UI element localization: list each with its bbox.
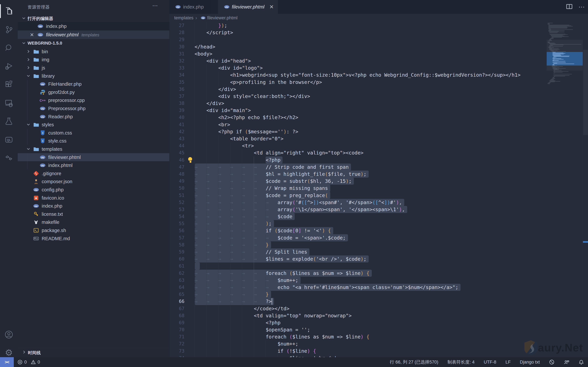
- split-editor-icon[interactable]: [566, 3, 573, 11]
- code-line-39: 39 <div id="main">: [169, 107, 547, 114]
- code-line-33: 33 <div id="logo">: [169, 64, 547, 71]
- svg-text:php: php: [41, 156, 44, 158]
- tree-item-readme-md[interactable]: README.md: [18, 234, 169, 243]
- cpp-file-icon: C++: [40, 97, 46, 103]
- activity-extensions-icon[interactable]: [0, 76, 18, 93]
- tree-item-composer-json[interactable]: composer.json: [18, 178, 169, 186]
- activity-pipelines-icon[interactable]: [0, 150, 18, 166]
- code-text: <?php: [195, 157, 281, 164]
- svg-text:php: php: [39, 34, 42, 36]
- tree-item-reader-php[interactable]: phpReader.php: [18, 113, 169, 121]
- feedback-icon[interactable]: [564, 359, 569, 365]
- tree-item-index-phtml[interactable]: phpindex.phtml: [18, 161, 169, 169]
- chevron-down-icon: [26, 73, 31, 79]
- status-cursor-position[interactable]: 行 66, 列 27 (已选择570): [390, 359, 438, 365]
- tree-item-img[interactable]: img: [18, 56, 169, 64]
- error-count: 0: [24, 360, 27, 365]
- close-icon[interactable]: ✕: [30, 32, 34, 38]
- tree-item-makefile[interactable]: makefile: [18, 218, 169, 226]
- status-encoding[interactable]: UTF-8: [484, 360, 496, 365]
- code-line-28: 28 </script>: [169, 29, 547, 36]
- tree-item-custom-css[interactable]: 3custom.css: [18, 129, 169, 137]
- code-line-45: 45 <td align="right" valign="top"><code>: [169, 149, 547, 156]
- tree-item-bin[interactable]: bin: [18, 48, 169, 56]
- status-tab-size[interactable]: 制表符长度: 4: [447, 359, 475, 365]
- activity-source-control-icon[interactable]: [0, 21, 18, 38]
- tab-index-php[interactable]: phpindex.php: [169, 0, 210, 14]
- tree-item-preprocessor-php[interactable]: phpPreprocessor.php: [18, 104, 169, 113]
- tree-item-js[interactable]: js: [18, 64, 169, 72]
- code-text: $line = '<br />';: [195, 355, 340, 357]
- tree-item-filehandler-php[interactable]: phpFileHandler.php: [18, 80, 169, 88]
- line-number: 33: [169, 64, 184, 71]
- activity-codeql-icon[interactable]: QL: [0, 131, 18, 148]
- blocked-icon[interactable]: [549, 359, 554, 365]
- code-text: → → → → → → // Strip code and first span: [195, 164, 349, 171]
- more-actions-icon[interactable]: ⋯: [152, 2, 158, 9]
- activity-remote-explorer-icon[interactable]: [0, 95, 18, 111]
- editor-scrollbar[interactable]: [583, 22, 588, 357]
- code-text: → → → → → → foreach ($lines as $num => $…: [195, 270, 370, 277]
- timeline-label: 时间线: [28, 350, 41, 356]
- css-file-icon: 3: [40, 138, 46, 144]
- tree-item-gprof2dot-py[interactable]: gprof2dot.py: [18, 88, 169, 96]
- line-number: 37: [169, 93, 184, 100]
- close-icon[interactable]: ✕: [269, 4, 274, 10]
- workspace-root-header[interactable]: WEBGRIND-1.5.0: [18, 39, 169, 47]
- lightbulb-icon[interactable]: [188, 157, 193, 163]
- tree-item--gitignore[interactable]: .gitignore: [18, 169, 169, 178]
- terminal-file-icon: [33, 227, 39, 233]
- tree-item-license-txt[interactable]: license.txt: [18, 210, 169, 218]
- tree-item-library[interactable]: library: [18, 72, 169, 80]
- folder-icon: [33, 49, 39, 55]
- open-editor-label: fileviewer.phtmltemplates: [46, 32, 99, 38]
- code-text: <body>: [195, 50, 212, 57]
- code-text: → → → → → → );: [195, 220, 272, 227]
- code-text: <br>: [195, 121, 230, 128]
- folder-icon: [33, 73, 39, 79]
- editor-more-actions-icon[interactable]: ⋯: [579, 3, 585, 10]
- code-text: <div style="clear:both;"></div>: [195, 93, 310, 100]
- line-number: 65: [169, 291, 184, 298]
- line-number: 71: [169, 333, 184, 340]
- folder-icon: [33, 65, 39, 71]
- code-editor[interactable]: 27 });28 </script>29 30</head>31<body>32…: [169, 22, 547, 357]
- activity-explorer-icon[interactable]: [0, 3, 18, 19]
- tree-item-style-css[interactable]: 3style.css: [18, 137, 169, 145]
- tree-item-favicon-ico[interactable]: ★favicon.ico: [18, 194, 169, 202]
- tree-item-styles[interactable]: styles: [18, 121, 169, 129]
- code-line-63: 63→ → → → → → → $num++;: [169, 277, 547, 284]
- line-number: 58: [169, 241, 184, 248]
- open-editor-item[interactable]: ✕phpfileviewer.phtmltemplates: [18, 31, 169, 39]
- tree-item-preprocessor-cpp[interactable]: C++preprocessor.cpp: [18, 96, 169, 105]
- php-file-icon: php: [33, 187, 39, 193]
- activity-testing-icon[interactable]: [0, 113, 18, 129]
- timeline-section[interactable]: 时间线: [18, 348, 169, 357]
- problems-status[interactable]: 0 0: [17, 357, 40, 367]
- minimap[interactable]: [547, 22, 583, 357]
- status-language-mode[interactable]: Django txt: [520, 360, 540, 365]
- activity-account-icon[interactable]: [0, 326, 18, 343]
- status-eol[interactable]: LF: [505, 360, 511, 365]
- tree-item-config-php[interactable]: phpconfig.php: [18, 186, 169, 194]
- tree-item-index-php[interactable]: phpindex.php: [18, 202, 169, 210]
- open-editor-item[interactable]: phpindex.php: [18, 22, 169, 31]
- code-text: <div id="head">: [195, 57, 251, 64]
- bell-icon[interactable]: [579, 359, 584, 365]
- php-file-icon: php: [224, 4, 230, 10]
- tree-item-templates[interactable]: templates: [18, 145, 169, 153]
- tree-item-fileviewer-phtml[interactable]: phpfileviewer.phtml: [18, 153, 169, 161]
- code-line-44: 44 <tr>: [169, 142, 547, 149]
- open-editors-header[interactable]: 打开的编辑器: [18, 14, 169, 22]
- remote-indicator[interactable]: ><: [0, 357, 14, 367]
- code-line-72: 72 $num++;: [169, 340, 547, 347]
- breadcrumb-folder[interactable]: templates: [174, 15, 193, 20]
- folder-icon: [33, 146, 39, 152]
- activity-search-icon[interactable]: [0, 40, 18, 56]
- tab-fileviewer-phtml[interactable]: phpfileviewer.phtml✕: [218, 0, 278, 14]
- activity-run-debug-icon[interactable]: [0, 58, 18, 74]
- tree-item-package-sh[interactable]: package.sh: [18, 226, 169, 234]
- breadcrumb-file[interactable]: fileviewer.phtml: [207, 15, 238, 20]
- svg-text:php: php: [41, 83, 44, 85]
- line-number: 40: [169, 114, 184, 121]
